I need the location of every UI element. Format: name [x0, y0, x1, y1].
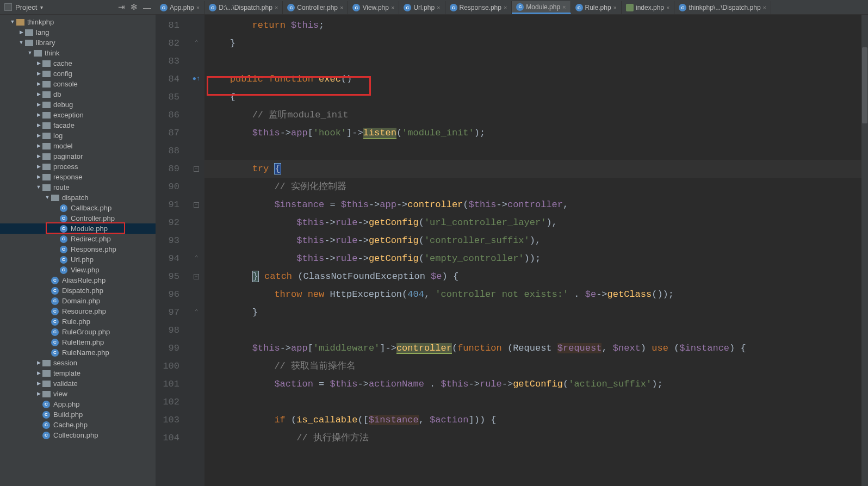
fold-gutter-cell[interactable]: −: [188, 196, 204, 214]
tree-file[interactable]: Cache.php: [0, 420, 156, 430]
editor-tab[interactable]: Module.php×: [512, 1, 571, 14]
tree-folder[interactable]: ▶view: [0, 389, 156, 399]
scrollbar-thumb[interactable]: [862, 47, 867, 123]
tree-folder[interactable]: ▼route: [0, 182, 156, 192]
fold-gutter-cell[interactable]: [188, 214, 204, 232]
code-line[interactable]: }: [204, 303, 868, 321]
tree-file[interactable]: Url.php: [0, 254, 156, 265]
editor-tab[interactable]: App.php×: [156, 1, 204, 14]
fold-gutter-cell[interactable]: ⌃: [188, 250, 204, 267]
fold-start-icon[interactable]: −: [194, 166, 199, 172]
chevron-right-icon[interactable]: ▶: [35, 79, 42, 89]
fold-gutter-cell[interactable]: [188, 375, 204, 393]
code-content[interactable]: return $this; } public function exec() {…: [204, 15, 868, 486]
fold-gutter-cell[interactable]: [188, 106, 204, 124]
code-line[interactable]: $instance = $this->app->controller($this…: [204, 196, 868, 214]
tree-folder[interactable]: ▶console: [0, 79, 156, 89]
close-icon[interactable]: ×: [437, 4, 440, 11]
chevron-down-icon[interactable]: ▼: [17, 38, 25, 48]
chevron-right-icon[interactable]: ▶: [35, 99, 42, 110]
editor-tab[interactable]: Url.php×: [399, 1, 445, 14]
fold-gutter-cell[interactable]: [188, 429, 204, 447]
fold-gutter-cell[interactable]: [188, 124, 204, 142]
scroll-from-source-icon[interactable]: ⇥: [118, 2, 125, 12]
tree-folder[interactable]: ▶lang: [0, 27, 156, 38]
fold-gutter-cell[interactable]: [188, 52, 204, 70]
close-icon[interactable]: ×: [275, 4, 278, 11]
tree-folder[interactable]: ▼thinkphp: [0, 17, 156, 27]
chevron-right-icon[interactable]: ▶: [35, 151, 42, 161]
project-tree[interactable]: ▼thinkphp▶lang▼library▼think▶cache▶confi…: [0, 15, 156, 440]
fold-gutter[interactable]: ⌃●↑−−⌃−⌃: [188, 15, 204, 486]
fold-gutter-cell[interactable]: [188, 357, 204, 375]
close-icon[interactable]: ×: [562, 4, 566, 10]
tree-folder[interactable]: ▶log: [0, 130, 156, 141]
code-line[interactable]: throw new HttpException(404, 'controller…: [204, 285, 868, 303]
code-editor[interactable]: 8182838485868788899091929394959697989910…: [156, 15, 868, 486]
chevron-right-icon[interactable]: ▶: [35, 172, 42, 182]
tree-file[interactable]: Rule.php: [0, 316, 156, 327]
tree-folder[interactable]: ▶response: [0, 172, 156, 182]
tree-folder[interactable]: ▶session: [0, 358, 156, 368]
hide-icon[interactable]: —: [143, 3, 151, 12]
chevron-right-icon[interactable]: ▶: [35, 120, 42, 130]
fold-gutter-cell[interactable]: −: [188, 267, 204, 285]
fold-start-icon[interactable]: −: [194, 274, 199, 279]
code-line[interactable]: // 获取当前操作名: [204, 357, 868, 375]
tree-folder[interactable]: ▶config: [0, 68, 156, 79]
code-line[interactable]: $this->rule->getConfig('url_controller_l…: [204, 214, 868, 232]
tree-folder[interactable]: ▶paginator: [0, 151, 156, 161]
chevron-down-icon[interactable]: ▼: [9, 17, 16, 27]
tree-folder[interactable]: ▶model: [0, 141, 156, 151]
fold-gutter-cell[interactable]: [188, 285, 204, 303]
close-icon[interactable]: ×: [340, 4, 343, 11]
tree-file[interactable]: Dispatch.php: [0, 285, 156, 296]
editor-tab[interactable]: index.php×: [622, 1, 674, 14]
code-line[interactable]: $this->rule->getConfig('controller_suffi…: [204, 232, 868, 250]
tree-file[interactable]: Collection.php: [0, 430, 156, 440]
fold-gutter-cell[interactable]: [188, 339, 204, 357]
tree-file[interactable]: AliasRule.php: [0, 275, 156, 285]
tree-file[interactable]: RuleName.php: [0, 347, 156, 358]
chevron-right-icon[interactable]: ▶: [35, 58, 42, 68]
tree-folder[interactable]: ▶cache: [0, 58, 156, 68]
chevron-right-icon[interactable]: ▶: [35, 358, 42, 368]
tree-folder[interactable]: ▶db: [0, 89, 156, 99]
chevron-down-icon[interactable]: ▼: [44, 192, 51, 203]
code-line[interactable]: $this->app['middleware']->controller(fun…: [204, 339, 868, 357]
tree-file[interactable]: Build.php: [0, 409, 156, 420]
code-line[interactable]: {: [204, 88, 868, 106]
code-line[interactable]: [204, 142, 868, 160]
code-line[interactable]: try {: [204, 160, 868, 178]
fold-gutter-cell[interactable]: [188, 16, 204, 34]
chevron-right-icon[interactable]: ▶: [35, 378, 42, 389]
tree-file[interactable]: Domain.php: [0, 296, 156, 306]
close-icon[interactable]: ×: [613, 4, 617, 11]
tree-file[interactable]: App.php: [0, 399, 156, 409]
close-icon[interactable]: ×: [391, 4, 394, 11]
editor-tab[interactable]: Controller.php×: [283, 1, 348, 14]
chevron-right-icon[interactable]: ▶: [35, 89, 42, 99]
fold-gutter-cell[interactable]: [188, 232, 204, 250]
fold-gutter-cell[interactable]: −: [188, 160, 204, 178]
chevron-right-icon[interactable]: ▶: [35, 161, 42, 172]
chevron-right-icon[interactable]: ▶: [35, 130, 42, 141]
fold-gutter-cell[interactable]: ⌃: [188, 34, 204, 52]
chevron-right-icon[interactable]: ▶: [35, 368, 42, 378]
code-line[interactable]: return $this;: [204, 16, 868, 34]
tree-file[interactable]: RuleGroup.php: [0, 327, 156, 337]
chevron-right-icon[interactable]: ▶: [17, 27, 25, 38]
tree-folder[interactable]: ▶template: [0, 368, 156, 378]
close-icon[interactable]: ×: [504, 4, 507, 11]
code-line[interactable]: $action = $this->actionName . $this->rul…: [204, 375, 868, 393]
code-line[interactable]: [204, 321, 868, 339]
fold-gutter-cell[interactable]: [188, 393, 204, 411]
fold-start-icon[interactable]: −: [194, 202, 199, 208]
chevron-right-icon[interactable]: ▶: [35, 389, 42, 399]
tree-file[interactable]: Callback.php: [0, 203, 156, 213]
override-icon[interactable]: ●↑: [193, 75, 200, 83]
project-tool-window-label[interactable]: Project ▾: [0, 3, 118, 11]
fold-gutter-cell[interactable]: [188, 88, 204, 106]
code-line[interactable]: }: [204, 34, 868, 52]
tree-file[interactable]: Response.php: [0, 244, 156, 254]
